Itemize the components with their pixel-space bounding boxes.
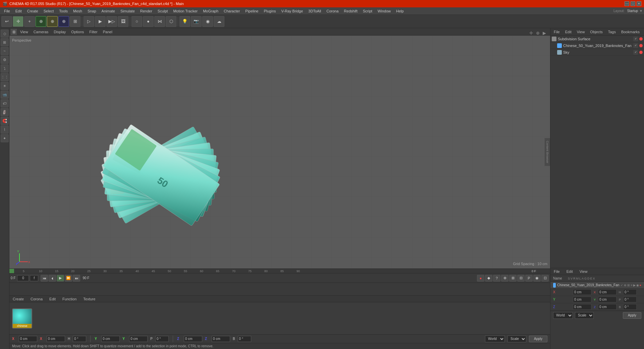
toolbar-rotate-x[interactable]: ⊕: [36, 16, 46, 27]
menu-help[interactable]: Help: [393, 8, 407, 14]
minimize-button[interactable]: —: [625, 1, 629, 6]
vp-menu-panel[interactable]: Panel: [101, 29, 114, 35]
close-button[interactable]: ✕: [637, 1, 641, 6]
attr-p-val[interactable]: [623, 297, 637, 302]
menu-window[interactable]: Window: [375, 8, 393, 14]
menu-tools[interactable]: Tools: [56, 8, 70, 14]
vp-menu-filter[interactable]: Filter: [87, 29, 99, 35]
left-btn-tag[interactable]: 🏷: [1, 99, 9, 107]
viewport-toggle[interactable]: ▥: [11, 29, 17, 35]
menu-character[interactable]: Character: [221, 8, 243, 14]
toolbar-undo[interactable]: ↩: [1, 16, 12, 27]
toolbar-render-region[interactable]: ▷: [84, 16, 94, 27]
toolbar-rotate-y[interactable]: ⊕: [47, 16, 58, 27]
rp-menu-file[interactable]: File: [552, 29, 562, 35]
attr-h-val[interactable]: [623, 289, 637, 295]
obj-subdivision-surface[interactable]: Subdivision Surface ✓: [550, 36, 644, 42]
left-btn-poly[interactable]: ⊞: [1, 38, 9, 46]
left-btn-mograph[interactable]: ⋮⋮: [1, 73, 9, 81]
menu-simulate[interactable]: Simulate: [118, 8, 138, 14]
toolbar-object-mode[interactable]: ○: [131, 16, 142, 27]
toolbar-add[interactable]: +: [24, 16, 35, 27]
attr-y2-val[interactable]: [598, 297, 616, 302]
material-chinese[interactable]: chinese: [12, 308, 32, 329]
left-btn-spline[interactable]: ~: [1, 47, 9, 55]
menu-motion-tracker[interactable]: Motion Tracker: [170, 8, 200, 14]
toolbar-rotate-z[interactable]: ⊕: [58, 16, 69, 27]
menu-file[interactable]: File: [1, 8, 13, 14]
vp-icon-target[interactable]: ⊕: [535, 30, 541, 36]
timeline-ruler[interactable]: 5 10 15 20 25 30 35 40 45 50 55 60 65 70…: [9, 269, 550, 273]
record-btn[interactable]: ●: [477, 275, 484, 282]
menu-corona[interactable]: Corona: [324, 8, 341, 14]
toolbar-sky[interactable]: ☁: [214, 16, 224, 27]
y-position-input[interactable]: [101, 336, 120, 342]
toolbar-edge-mode[interactable]: ⋈: [154, 16, 165, 27]
x-position-input[interactable]: [19, 336, 37, 342]
apply-button-attr[interactable]: Apply: [623, 312, 641, 319]
vp-icon-render[interactable]: ▶: [541, 30, 547, 36]
toolbar-poly-mode[interactable]: ⬡: [166, 16, 176, 27]
auto-key-btn[interactable]: ?: [493, 275, 500, 282]
keyframe-btn[interactable]: ◆: [485, 275, 492, 282]
left-btn-camera2[interactable]: 📹: [1, 91, 9, 99]
toolbar-render[interactable]: ▶: [95, 16, 106, 27]
layout-arrow[interactable]: ▼: [639, 9, 643, 13]
go-to-end-btn[interactable]: ⏭: [73, 275, 80, 282]
left-btn-snap2[interactable]: 🧲: [1, 117, 9, 125]
z-position-input[interactable]: [184, 336, 202, 342]
obj-vis-btn-sky[interactable]: ✓: [633, 50, 638, 55]
scale-select[interactable]: Scale: [507, 336, 526, 342]
rp-menu-bookmarks[interactable]: Bookmarks: [619, 29, 642, 35]
menu-pipeline[interactable]: Pipeline: [243, 8, 261, 14]
toolbar-render-to-picture[interactable]: 🖼: [118, 16, 128, 27]
menu-select[interactable]: Select: [41, 8, 57, 14]
z-rotation-input[interactable]: [212, 336, 230, 342]
play-forward-btn[interactable]: ⏩: [65, 275, 72, 282]
left-btn-deformer[interactable]: ⤵: [1, 64, 9, 72]
play-range-btn[interactable]: ◉: [533, 275, 541, 282]
mat-menu-edit[interactable]: Edit: [47, 296, 58, 302]
vp-menu-options[interactable]: Options: [69, 29, 86, 35]
world-select-attr[interactable]: World Object: [553, 312, 573, 319]
mat-menu-texture[interactable]: Texture: [81, 296, 97, 302]
left-btn-fx[interactable]: ✦: [1, 134, 9, 142]
h-input[interactable]: [73, 336, 86, 342]
vp-menu-view[interactable]: View: [18, 29, 30, 35]
menu-script[interactable]: Script: [360, 8, 375, 14]
attr-z-val[interactable]: [573, 304, 591, 310]
toolbar-camera[interactable]: 📷: [191, 16, 202, 27]
y-rotation-input[interactable]: [129, 336, 148, 342]
menu-vray[interactable]: V-Ray Bridge: [279, 8, 306, 14]
menu-mesh[interactable]: Mesh: [70, 8, 85, 14]
toolbar-ipr[interactable]: ▶▷: [106, 16, 117, 27]
key-sel-btn[interactable]: ⊟: [517, 275, 525, 282]
menu-render[interactable]: Render: [138, 8, 155, 14]
vp-menu-cameras[interactable]: Cameras: [32, 29, 51, 35]
attr-x-val[interactable]: [573, 289, 591, 295]
obj-vis-btn-banknotes[interactable]: ✓: [633, 43, 638, 48]
toolbar-material[interactable]: ◉: [202, 16, 213, 27]
menu-snap[interactable]: Snap: [85, 8, 99, 14]
world-select[interactable]: World Object: [485, 336, 505, 342]
menu-animate[interactable]: Animate: [99, 8, 118, 14]
b-input[interactable]: [238, 336, 251, 342]
content-browser-tab[interactable]: Content Browser: [544, 138, 550, 166]
apply-button[interactable]: Apply: [529, 336, 547, 342]
attr-menu-file[interactable]: File: [552, 269, 562, 274]
attr-menu-view[interactable]: View: [578, 269, 590, 274]
mat-menu-function[interactable]: Function: [60, 296, 78, 302]
toolbar-move[interactable]: ✛: [13, 16, 23, 27]
play-btn[interactable]: ▶: [57, 275, 64, 282]
scale-select-attr[interactable]: Scale: [575, 312, 594, 319]
vp-icon-move[interactable]: ✛: [528, 30, 534, 36]
menu-create[interactable]: Create: [24, 8, 41, 14]
rp-menu-tags[interactable]: Tags: [606, 29, 618, 35]
left-btn-sculpt2[interactable]: 🗿: [1, 108, 9, 116]
vp-menu-display[interactable]: Display: [52, 29, 68, 35]
menu-3dtoall[interactable]: 3DToAll: [306, 8, 324, 14]
rp-menu-objects[interactable]: Objects: [588, 29, 604, 35]
left-btn-light2[interactable]: ☀: [1, 82, 9, 90]
viewport-canvas[interactable]: Perspective: [9, 36, 550, 268]
left-btn-hair[interactable]: ⌇: [1, 126, 9, 134]
